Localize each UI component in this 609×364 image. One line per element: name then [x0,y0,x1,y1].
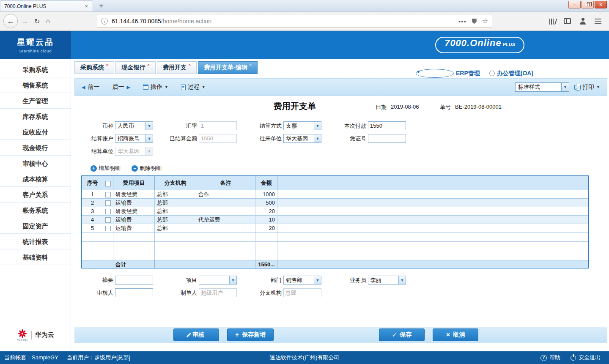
back-button[interactable]: ← [3,14,18,28]
mode-oa[interactable]: 办公管理(OA) [489,70,533,77]
app-header: 星耀云品 Starshine cloud 7000.Online PLUS [0,31,609,59]
worktab-purchasing[interactable]: 采购系统× [74,61,114,74]
settle-method-select[interactable]: 支票▼ [283,121,321,130]
cancel-button[interactable]: × 取消 [433,328,478,341]
voucher-input[interactable] [368,134,406,143]
new-tab-button[interactable]: + [95,2,107,10]
account-icon[interactable] [579,18,586,25]
chevron-down-icon: ▼ [229,276,236,284]
next-record-button[interactable]: 后一▶ [112,83,130,91]
select-all-checkbox[interactable] [105,181,111,186]
voucher-field: 凭证号 [330,134,406,143]
browser-tab-title: 7000.Online PLUS [4,3,84,9]
add-detail-button[interactable]: +增加明细 [91,164,121,172]
right-triangle-icon: ▶ [126,85,130,90]
prev-record-button[interactable]: ◀前一 [82,83,99,91]
home-button[interactable]: ⌂ [43,17,53,25]
sidebar-item-basic-data[interactable]: 基础资料 [0,249,71,265]
radio-selected-icon[interactable] [416,69,454,78]
window-restore-button[interactable] [582,1,594,8]
row-checkbox[interactable] [105,226,111,231]
maker-input [199,288,237,297]
department-select[interactable]: 销售部▼ [283,276,321,285]
save-new-button[interactable]: + 保存新增 [227,328,274,341]
save-button[interactable]: ✓ 保存 [379,328,425,341]
sidebar-item-accounting[interactable]: 帐务系统 [0,203,71,218]
window-close-button[interactable]: × [595,1,607,8]
payment-field: 本次付款 [330,121,406,130]
status-left: 当前帐套：SampleGY 当前用户：超级用户[总部] [4,354,130,361]
table-row[interactable]: 4 运输费 总部 代垫运费 10 [82,216,588,224]
close-icon[interactable]: × [249,62,252,67]
table-row[interactable]: 5 运输费 总部 20 [82,224,588,233]
reload-button[interactable]: ↻ [31,17,43,25]
audit-button[interactable]: 审核 [173,328,219,341]
sidebar-item-reports[interactable]: 统计报表 [0,234,71,249]
partner-select[interactable]: 华大基因▼ [283,134,321,143]
empty-row[interactable] [82,233,588,242]
settle-unit-field: 结算单位 华大基因▼ [80,147,153,156]
table-row[interactable]: 2 运输费 总部 500 [82,199,588,207]
branch-field: 分支机构 [245,288,321,297]
page-actions-icon[interactable]: ••• [458,18,466,25]
project-select[interactable]: ▼ [199,276,237,285]
table-row[interactable]: 1 研发经费 总部 合作 1000 [82,190,588,199]
site-info-icon[interactable]: i [101,18,108,25]
app-logo-title: 星耀云品 [17,37,54,48]
home-icon: ⌂ [46,17,50,25]
sidebars-icon[interactable] [564,18,571,24]
print-style-select[interactable]: 标准样式 ▼ [515,82,569,92]
radio-icon[interactable] [489,71,495,76]
sidebar-item-audit-center[interactable]: 审核中心 [0,156,71,171]
window-minimize-button[interactable]: – [568,1,581,8]
empty-row[interactable] [82,251,588,260]
remove-detail-button[interactable]: −删除明细 [132,164,162,172]
browser-tab[interactable]: 7000.Online PLUS × [0,0,93,11]
address-bar[interactable]: i 61.144.46.70:8085/home!home.action •••… [97,15,492,28]
summary-input[interactable] [115,276,153,285]
row-checkbox[interactable] [105,200,111,206]
row-checkbox[interactable] [105,192,111,197]
library-icon[interactable] [549,18,555,25]
plus-icon: + [235,331,239,338]
row-checkbox[interactable] [105,209,111,214]
document-number: 单号 BE-2019-08-00001 [440,104,502,111]
operations-menu-button[interactable]: 操作▼ [143,83,168,91]
sidebar-item-purchasing[interactable]: 采购系统 [0,62,71,77]
settle-account-select[interactable]: 招商账号▼ [115,134,153,143]
worktab-expense-edit-active[interactable]: 费用开支单-编辑× [198,61,258,74]
auditor-input[interactable] [115,288,153,297]
sidebar-item-sales[interactable]: 销售系统 [0,77,71,93]
payment-input[interactable] [368,121,406,130]
mode-erp[interactable]: ERP管理 [416,69,480,78]
close-icon[interactable]: × [147,62,149,67]
help-button[interactable]: ?帮助 [540,354,560,361]
row-checkbox[interactable] [105,217,111,223]
plus-circle-icon: + [91,165,97,172]
menu-icon[interactable] [595,19,601,24]
currency-select[interactable]: 人民币▼ [115,121,153,130]
huawei-flower-icon: HUAWEI [17,329,28,341]
forward-button[interactable]: → [18,17,31,26]
sidebar-item-crm[interactable]: 客户关系 [0,187,71,203]
print-button[interactable]: 打印 ▼ [574,83,600,91]
sidebar-item-receivable-payable[interactable]: 应收应付 [0,124,71,140]
close-icon[interactable]: × [188,62,191,67]
process-menu-button[interactable]: 过程▼ [181,83,206,91]
tab-close-icon[interactable]: × [84,3,89,9]
sidebar-item-cash-bank[interactable]: 现金银行 [0,140,71,156]
worktab-expense[interactable]: 费用开支× [157,61,197,74]
bookmark-star-icon[interactable]: ☆ [482,18,488,25]
table-row[interactable]: 3 研发经费 总部 20 [82,207,588,216]
worktab-cash-bank[interactable]: 现金银行× [115,61,155,74]
logout-button[interactable]: 安全退出 [571,354,601,361]
sidebar-item-inventory[interactable]: 库存系统 [0,109,71,124]
salesperson-select[interactable]: 李丽▼ [368,276,406,285]
sidebar-item-cost-accounting[interactable]: 成本核算 [0,171,71,187]
sidebar-item-fixed-assets[interactable]: 固定资产 [0,218,71,234]
sidebar-item-production[interactable]: 生产管理 [0,93,71,109]
empty-row[interactable] [82,242,588,251]
detail-tools: +增加明细 −删除明细 [91,164,162,172]
close-icon[interactable]: × [106,62,108,67]
pocket-icon[interactable] [472,19,477,24]
